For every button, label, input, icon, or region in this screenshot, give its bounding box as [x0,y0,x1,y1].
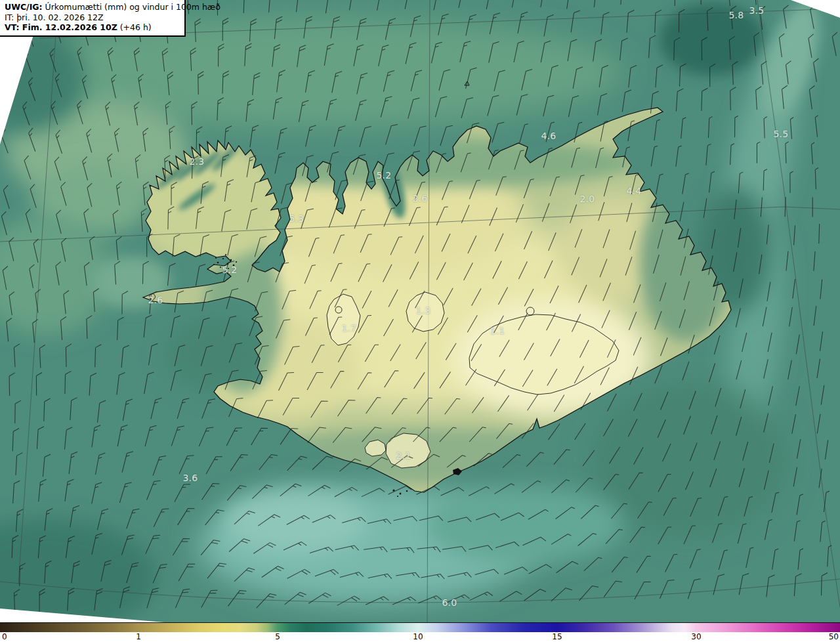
model-id: UWC/IG: [5,2,43,12]
title-line-product: UWC/IG: Úrkomumætti (mm) og vindur i 100… [5,2,180,12]
precipitation-colorbar: 01510153050 [0,622,840,642]
title-line-valid-time: VT: Fim. 12.02.2026 10Z (+46 h) [5,22,180,33]
colorbar-tick: 0 [2,632,7,641]
colorbar-tick: 15 [552,632,562,641]
colorbar-tick: 1 [136,632,141,641]
colorbar-tick-labels: 01510153050 [0,632,840,642]
title-line-init-time: IT: þri. 10. 02. 2026 12Z [5,12,180,23]
colorbar-tick: 5 [275,632,280,641]
weather-map-screenshot: 5.83.54.65.55.22.35.32.62.04.45.22.61.71… [0,0,840,642]
map-canvas: 5.83.54.65.55.22.35.32.62.04.45.22.61.71… [0,0,840,622]
forecast-map [0,0,840,622]
colorbar-tick: 50 [829,632,839,641]
colorbar-tick: 10 [413,632,423,641]
title-box: UWC/IG: Úrkomumætti (mm) og vindur i 100… [0,0,186,37]
colorbar-tick: 30 [691,632,701,641]
